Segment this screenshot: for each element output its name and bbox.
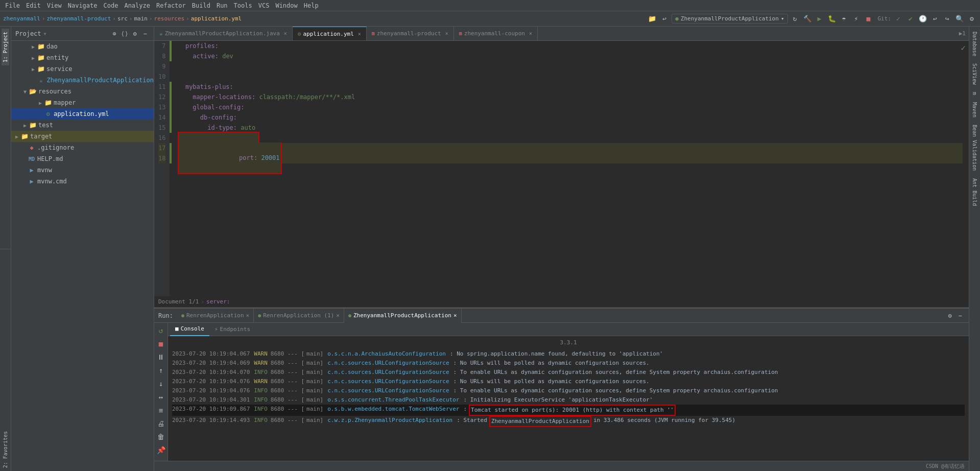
toolbar-icon-cursor[interactable]: ↩ [659,14,670,24]
right-tab-ant[interactable]: Ant Build [971,175,978,209]
tab-product[interactable]: m zhenyanmall-product × [367,27,454,41]
toolbar-build-icon[interactable]: 🔨 [802,14,812,24]
menu-tools[interactable]: Tools [231,2,255,9]
right-tab-sciview[interactable]: SciView [971,60,978,88]
console-version-line: 3.3.1 [172,338,965,347]
tree-label-service: service [46,65,73,73]
left-tab-favorites[interactable]: 2: Favorites [2,428,9,471]
right-tab-bean[interactable]: Bean Validation [971,122,978,174]
run-tab-minimize-icon[interactable]: − [955,311,965,320]
tree-item-test[interactable]: ▶ 📁 test [11,120,154,131]
console-tab-endpoints[interactable]: ⚡ Endpoints [209,323,255,336]
run-tab-zhenyan[interactable]: ● ZhenyanmallProductApplication × [344,309,462,323]
run-tab-close-renren[interactable]: × [246,312,250,319]
breadcrumb-file[interactable]: application.yml [191,15,242,22]
print-button[interactable]: 🖨 [155,418,166,429]
run-tab-renren[interactable]: ● RenrenApplication × [177,309,254,323]
filter-button[interactable]: ≡ [155,405,166,416]
tree-item-gitignore[interactable]: ◆ .gitignore [11,142,154,153]
code-line-17: server: [178,143,963,153]
menu-window[interactable]: Window [272,2,300,9]
right-tab-maven[interactable]: Maven [971,99,978,121]
toolbar-icon-folder[interactable]: 📁 [647,14,657,24]
mvnwcmd-icon: ▶ [28,177,36,185]
resources-icon: 📂 [29,87,37,96]
menu-run[interactable]: Run [213,2,231,9]
toolbar-settings-icon[interactable]: ⚙ [967,14,977,24]
toolbar-refresh-icon[interactable]: ↻ [790,14,800,24]
tree-item-resources[interactable]: ▼ 📂 resources [11,86,154,97]
menu-navigate[interactable]: Navigate [65,2,101,9]
tree-item-yml[interactable]: ⚙ application.yml [11,108,154,120]
toolbar-profile-icon[interactable]: ⚡ [851,14,862,24]
scroll-up-button[interactable]: ↑ [155,365,166,376]
tree-item-entity[interactable]: ▶ 📁 entity [11,52,154,63]
rerun-button[interactable]: ↺ [155,325,166,336]
run-config-selector[interactable]: ● ZhenyanmallProductApplication ▾ [672,14,787,23]
bottom-label: CSDN @有话忆语 [926,463,965,470]
code-line-10 [178,72,963,82]
breadcrumb-server[interactable]: server: [206,298,230,305]
log-line-1: 2023-07-20 10:19:04.067 WARN 8680 --- [ … [172,349,965,359]
tab-close-yml[interactable]: × [358,31,361,37]
tree-item-mvnwcmd[interactable]: ▶ mvnw.cmd [11,176,154,187]
tree-item-app[interactable]: ☕ ZhenyanmallProductApplication [11,75,154,86]
console-tab-console[interactable]: ■ Console [170,323,209,336]
menu-file[interactable]: File [2,2,23,9]
menu-code[interactable]: Code [101,2,122,9]
toolbar-coverage-icon[interactable]: ☂ [839,14,849,24]
tree-item-helpmd[interactable]: MD HELP.md [11,153,154,164]
tree-item-mvnw[interactable]: ▶ mvnw [11,164,154,176]
menu-refactor[interactable]: Refactor [153,2,189,9]
toolbar-git-clock-icon[interactable]: 🕐 [918,14,928,24]
scroll-down-button[interactable]: ↓ [155,378,166,389]
tree-label-dao: dao [46,43,58,50]
breadcrumb-resources[interactable]: resources [154,15,185,22]
toolbar-stop-icon[interactable]: ■ [864,14,874,24]
tab-coupon[interactable]: m zhenyanmall-coupon × [454,27,538,41]
run-tab-renren1[interactable]: ● RenrenApplication (1) × [254,309,344,323]
toolbar-git-redo-icon[interactable]: ↪ [942,14,952,24]
breadcrumb-product[interactable]: zhenyanmall-product [46,15,111,22]
code-content[interactable]: profiles: active: dev mybatis-plus: mapp… [172,41,969,296]
toolbar-debug-icon[interactable]: 🐛 [827,14,837,24]
tree-arrow-target: ▶ [13,134,20,139]
menu-edit[interactable]: Edit [23,2,44,9]
panel-action-minimize[interactable]: − [140,29,150,38]
run-tab-close-renren1[interactable]: × [336,312,340,319]
tree-item-service[interactable]: ▶ 📁 service [11,63,154,75]
left-tab-project[interactable]: 1: Project [2,29,9,65]
menu-build[interactable]: Build [189,2,213,9]
wrap-button[interactable]: ↔ [155,391,166,403]
menu-analyze[interactable]: Analyze [121,2,153,9]
pin-button[interactable]: 📌 [155,444,166,456]
tab-close-coupon[interactable]: × [529,31,532,36]
panel-action-add[interactable]: ⊕ [110,29,119,38]
right-tab-database[interactable]: Database [971,29,978,59]
tab-yml[interactable]: ⚙ application.yml × [293,27,367,41]
toolbar-git-tick-icon[interactable]: ✔ [905,14,916,24]
toolbar-git-undo-icon[interactable]: ↩ [930,14,940,24]
stop-button[interactable]: ■ [155,338,166,349]
toolbar-run-icon[interactable]: ▶ [815,14,825,24]
panel-action-settings[interactable]: ⚙ [130,29,139,38]
menu-view[interactable]: View [44,2,65,9]
tab-java[interactable]: ☕ ZhenyanmallProductApplication.java × [154,27,293,41]
toolbar-search-icon[interactable]: 🔍 [954,14,965,24]
run-tab-settings-icon[interactable]: ⚙ [945,311,954,320]
tree-item-target[interactable]: ▶ 📁 target [11,131,154,142]
tab-close-product[interactable]: × [445,31,448,36]
panel-action-collapse[interactable]: ⟨⟩ [120,29,129,38]
menu-help[interactable]: Help [301,2,322,9]
tree-item-dao[interactable]: ▶ 📁 dao [11,41,154,52]
right-tab-m[interactable]: m [971,89,978,98]
console-output[interactable]: 3.3.1 2023-07-20 10:19:04.067 WARN 8680 … [168,336,969,461]
delete-button[interactable]: 🗑 [155,431,166,442]
tree-item-mapper[interactable]: ▶ 📁 mapper [11,97,154,108]
pause-button[interactable]: ⏸ [155,351,166,363]
run-tab-close-zhenyan[interactable]: × [453,312,457,319]
toolbar-git-check-icon[interactable]: ✓ [893,14,903,24]
menu-vcs[interactable]: VCS [255,2,273,9]
tab-close-java[interactable]: × [284,31,287,36]
breadcrumb-zhenyanmall[interactable]: zhenyanmall [3,15,40,22]
